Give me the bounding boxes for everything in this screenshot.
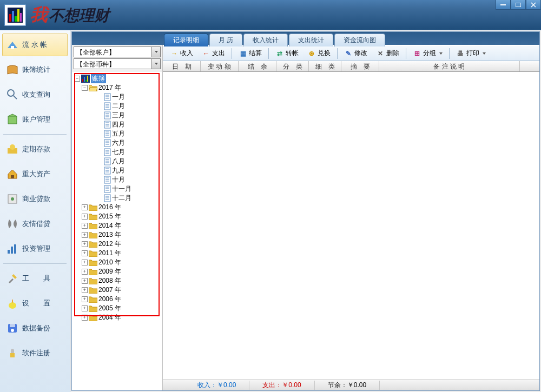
sidebar-item[interactable]: 工 具 xyxy=(2,267,68,290)
svg-rect-3 xyxy=(15,16,17,22)
tab[interactable]: 月 历 xyxy=(209,34,242,46)
tree-toggle[interactable]: + xyxy=(82,287,88,293)
tree-label: 2006 年 xyxy=(98,295,121,304)
tree-toggle[interactable]: + xyxy=(82,223,88,229)
tree-node[interactable]: −2017 年 xyxy=(73,83,161,92)
tree-toggle[interactable]: + xyxy=(82,204,88,210)
tree-toggle[interactable]: − xyxy=(82,85,88,91)
column-header[interactable]: 变 动 额 xyxy=(201,61,239,71)
tree-toggle[interactable]: + xyxy=(82,250,88,256)
tree-toggle[interactable]: + xyxy=(82,232,88,238)
column-header[interactable]: 分 类 xyxy=(276,61,309,71)
toolbar-button[interactable]: ⊛兑换 xyxy=(304,46,334,60)
sidebar-item[interactable]: 流 水 帐 xyxy=(2,34,68,56)
tree-toggle[interactable]: − xyxy=(74,76,80,82)
tree-label: 2008 年 xyxy=(98,276,121,285)
toolbar-button[interactable]: ✕删除 xyxy=(372,46,403,60)
tree-node[interactable]: 六月 xyxy=(73,138,161,148)
tree-label: 账簿 xyxy=(91,74,106,83)
close-button[interactable] xyxy=(526,0,541,10)
sidebar-item[interactable]: 设 置 xyxy=(2,292,68,315)
tree-node[interactable]: 二月 xyxy=(73,102,161,111)
tree-toggle[interactable]: + xyxy=(82,315,88,321)
tree-node[interactable]: 十一月 xyxy=(73,184,161,194)
tree-toggle[interactable]: + xyxy=(82,241,88,247)
toolbar-button[interactable]: ⇄转帐 xyxy=(272,46,302,60)
tree-node[interactable]: 八月 xyxy=(73,157,161,166)
tree-node[interactable]: +2008 年 xyxy=(73,276,161,285)
tree-node[interactable]: +2006 年 xyxy=(73,295,161,304)
tree-label: 六月 xyxy=(112,138,125,148)
tab[interactable]: 支出统计 xyxy=(289,34,333,46)
tree-node[interactable]: +2011 年 xyxy=(73,249,161,258)
tree-node[interactable]: 一月 xyxy=(73,92,161,102)
sidebar-item[interactable]: 重大资产 xyxy=(2,163,68,185)
button-label: 打印 xyxy=(466,49,479,58)
sidebar-item[interactable]: 账户管理 xyxy=(2,108,68,131)
tree-node[interactable]: 十二月 xyxy=(73,194,161,203)
tree-node[interactable]: +2015 年 xyxy=(73,212,161,221)
tree-toggle[interactable]: + xyxy=(82,278,88,284)
svg-rect-2 xyxy=(12,11,14,22)
column-header[interactable]: 摘 要 xyxy=(341,61,379,71)
tree-node[interactable]: +2010 年 xyxy=(73,258,161,267)
chevron-down-icon[interactable] xyxy=(151,59,160,69)
tree-toggle[interactable]: + xyxy=(82,214,88,220)
tree-node[interactable]: +2009 年 xyxy=(73,267,161,276)
separator xyxy=(449,48,450,59)
toolbar-button[interactable]: ⊞分组 xyxy=(409,46,446,60)
toolbar-button[interactable]: 🖶打印 xyxy=(452,46,490,60)
column-header[interactable]: 备 注 说 明 xyxy=(379,61,520,71)
tree-node[interactable]: +2014 年 xyxy=(73,221,161,230)
tree-node[interactable]: +2007 年 xyxy=(73,285,161,295)
tree-node[interactable]: 三月 xyxy=(73,111,161,120)
currency-combo[interactable]: 【全部币种】 xyxy=(74,58,161,69)
tree-toggle[interactable]: + xyxy=(82,260,88,265)
tree-node[interactable]: +2013 年 xyxy=(73,230,161,240)
column-header[interactable]: 日 期 xyxy=(163,61,201,71)
tree-toggle[interactable]: + xyxy=(82,269,88,275)
separator xyxy=(232,48,232,59)
sidebar-item[interactable]: 友情借贷 xyxy=(2,212,68,235)
svg-rect-7 xyxy=(516,3,521,7)
sidebar-icon xyxy=(6,113,19,126)
sidebar-item[interactable]: 软件注册 xyxy=(2,342,68,364)
svg-rect-20 xyxy=(10,324,15,327)
sidebar-item[interactable]: 收支查询 xyxy=(2,83,68,106)
sidebar-label: 商业贷款 xyxy=(22,194,50,204)
tree-node[interactable]: 九月 xyxy=(73,166,161,175)
toolbar-button[interactable]: ✎修改 xyxy=(340,46,371,60)
separator xyxy=(337,48,338,59)
tree-node[interactable]: +2005 年 xyxy=(73,304,161,313)
tree-node[interactable]: 十月 xyxy=(73,175,161,184)
maximize-button[interactable] xyxy=(511,0,526,10)
divider xyxy=(3,134,67,135)
toolbar-button[interactable]: ←支出 xyxy=(198,46,229,60)
tab[interactable]: 资金流向图 xyxy=(334,34,385,46)
tab[interactable]: 记录明细 xyxy=(164,34,208,46)
account-combo[interactable]: 【全部帐户】 xyxy=(74,46,161,57)
tab[interactable]: 收入统计 xyxy=(243,34,288,46)
tree-node[interactable]: +2012 年 xyxy=(73,240,161,249)
tree-node[interactable]: +2016 年 xyxy=(73,203,161,212)
minimize-button[interactable] xyxy=(496,0,511,10)
tree-node[interactable]: 七月 xyxy=(73,148,161,157)
chevron-down-icon[interactable] xyxy=(151,47,160,57)
sidebar-item[interactable]: 商业贷款 xyxy=(2,188,68,210)
tree-node[interactable]: 五月 xyxy=(73,129,161,138)
tree-node[interactable]: 四月 xyxy=(73,120,161,129)
tree-label: 九月 xyxy=(112,166,125,175)
sidebar-item[interactable]: 账簿统计 xyxy=(2,58,68,81)
tree-toggle[interactable]: + xyxy=(82,296,88,302)
tree-toggle[interactable]: + xyxy=(82,305,88,311)
sidebar-item[interactable]: 投资管理 xyxy=(2,237,68,260)
toolbar-button[interactable]: ▦结算 xyxy=(235,46,266,60)
column-header[interactable]: 结 余 xyxy=(239,61,276,71)
sidebar-item[interactable]: 数据备份 xyxy=(2,317,68,340)
sidebar-item[interactable]: 定期存款 xyxy=(2,138,68,161)
tree-node[interactable]: −账簿 xyxy=(73,74,161,83)
tree-node[interactable]: +2004 年 xyxy=(73,313,161,322)
sidebar-label: 友情借贷 xyxy=(22,219,50,229)
toolbar-button[interactable]: →收入 xyxy=(166,46,197,60)
column-header[interactable]: 细 类 xyxy=(309,61,341,71)
